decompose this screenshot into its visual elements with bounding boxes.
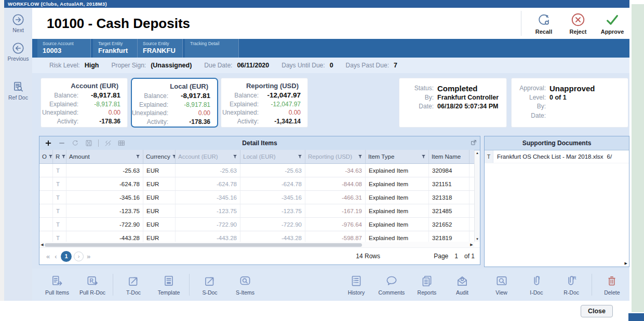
scroll-up-icon[interactable]: ▲ bbox=[476, 151, 479, 155]
sidebar-item-previous[interactable]: Previous bbox=[8, 41, 29, 62]
column-header-currency[interactable]: Currency bbox=[143, 150, 176, 163]
toolbar-button-s-doc[interactable]: S-Doc bbox=[192, 274, 227, 296]
cell-item_type[interactable]: Explained Item bbox=[366, 231, 429, 242]
table-row[interactable]: T-624.78EUR-624.78-624.78-844.08Explaine… bbox=[39, 177, 474, 191]
toolbar-button-r-doc[interactable]: RR-Doc bbox=[554, 274, 589, 296]
column-header-reporting[interactable]: Reporting (USD) bbox=[305, 150, 366, 163]
cell-item_name[interactable]: 321151 bbox=[429, 177, 469, 190]
toolbar-button-t-doc[interactable]: T-Doc bbox=[116, 274, 151, 296]
cell-r[interactable]: T bbox=[53, 218, 66, 231]
cell-r[interactable]: T bbox=[53, 204, 66, 217]
close-button[interactable]: Close bbox=[581, 305, 613, 317]
grid-icon[interactable] bbox=[117, 139, 126, 147]
next-page-button[interactable]: › bbox=[74, 252, 84, 261]
toolbar-button-history[interactable]: History bbox=[339, 274, 374, 296]
table-row[interactable]: T-123.75EUR-123.75-123.75-167.19Explaine… bbox=[39, 204, 474, 218]
column-header-item_type[interactable]: Item Type bbox=[366, 150, 429, 163]
column-header-r[interactable]: R bbox=[53, 150, 66, 163]
scrollbar-thumb[interactable] bbox=[45, 243, 362, 247]
cell-r[interactable]: T bbox=[53, 231, 66, 242]
cell-item_name[interactable]: 320984 bbox=[429, 164, 469, 177]
cell-amount[interactable]: -25.63 bbox=[66, 164, 143, 177]
filter-icon[interactable] bbox=[420, 154, 426, 159]
cell-o[interactable] bbox=[39, 231, 53, 242]
cell-reporting[interactable]: -167.19 bbox=[305, 204, 366, 217]
cell-local[interactable]: -123.75 bbox=[240, 204, 305, 217]
toolbar-button-template[interactable]: Template bbox=[151, 274, 186, 296]
table-row[interactable]: T-25.63EUR-25.63-25.63-34.63Explained It… bbox=[39, 164, 474, 177]
cell-item_name[interactable]: 321819 bbox=[429, 231, 469, 242]
filter-icon[interactable] bbox=[134, 154, 140, 159]
table-row[interactable]: T-345.16EUR-345.16-345.16-466.31Explaine… bbox=[39, 191, 474, 204]
cell-o[interactable] bbox=[39, 191, 53, 204]
cell-r[interactable]: T bbox=[53, 164, 66, 177]
column-header-amount[interactable]: Amount bbox=[66, 150, 143, 163]
save-icon[interactable] bbox=[85, 139, 93, 147]
cell-reporting[interactable]: -466.31 bbox=[305, 191, 366, 204]
toolbar-button-audit[interactable]: Audit bbox=[445, 274, 480, 296]
cell-currency[interactable]: EUR bbox=[143, 218, 176, 231]
cell-currency[interactable]: EUR bbox=[143, 204, 176, 217]
cell-currency[interactable]: EUR bbox=[143, 191, 176, 204]
toolbar-button-reports[interactable]: Reports bbox=[409, 274, 445, 296]
column-header-account[interactable]: Account (EUR) bbox=[176, 150, 240, 163]
prev-page-button[interactable]: ‹ bbox=[52, 253, 60, 260]
current-page-button[interactable]: 1 bbox=[61, 251, 72, 262]
cell-item_name[interactable]: 321652 bbox=[429, 218, 469, 231]
filter-icon[interactable] bbox=[296, 154, 302, 159]
column-header-item_name[interactable]: Item Name bbox=[429, 150, 469, 163]
reject-button[interactable]: Reject bbox=[561, 8, 595, 39]
filter-icon[interactable] bbox=[231, 154, 237, 159]
first-page-button[interactable]: « bbox=[44, 253, 52, 260]
cell-item_type[interactable]: Explained Item bbox=[366, 177, 429, 190]
approve-button[interactable]: Approve bbox=[595, 8, 629, 39]
cell-reporting[interactable]: -34.63 bbox=[305, 164, 366, 177]
sidebar-item-next[interactable]: Next bbox=[11, 13, 25, 33]
cell-currency[interactable]: EUR bbox=[143, 164, 176, 177]
cell-currency[interactable]: EUR bbox=[143, 231, 176, 242]
cell-account[interactable]: -624.78 bbox=[176, 177, 240, 190]
cell-local[interactable]: -25.63 bbox=[240, 164, 305, 177]
column-header-o[interactable]: O bbox=[39, 150, 53, 163]
cell-reporting[interactable]: -844.08 bbox=[305, 177, 366, 190]
table-row[interactable]: T-722.90EUR-722.90-722.90-976.64Explaine… bbox=[39, 218, 474, 231]
toolbar-button-view[interactable]: View bbox=[484, 274, 519, 296]
scroll-left-icon[interactable]: ◀ bbox=[39, 243, 45, 247]
toolbar-button-comments[interactable]: Comments bbox=[374, 274, 409, 296]
cell-account[interactable]: -443.28 bbox=[176, 231, 240, 242]
cell-o[interactable] bbox=[39, 177, 53, 190]
cell-local[interactable]: -722.90 bbox=[240, 218, 305, 231]
cell-item_name[interactable]: 321318 bbox=[429, 191, 469, 204]
recall-button[interactable]: Recall bbox=[527, 8, 561, 39]
filter-icon[interactable] bbox=[47, 154, 53, 159]
cell-amount[interactable]: -722.90 bbox=[66, 218, 143, 231]
cell-amount[interactable]: -443.28 bbox=[66, 231, 143, 242]
toolbar-button-delete[interactable]: Delete bbox=[595, 274, 629, 296]
cell-amount[interactable]: -624.78 bbox=[66, 177, 143, 190]
tab-source-entity[interactable]: Source EntityFRANKFU bbox=[138, 39, 183, 58]
summary-card-local-eur[interactable]: Local (EUR)Balance:-8,917.81Explained:-8… bbox=[131, 78, 218, 128]
cell-item_type[interactable]: Explained Item bbox=[366, 204, 429, 217]
filter-icon[interactable] bbox=[170, 154, 176, 159]
scroll-down-icon[interactable]: ▼ bbox=[476, 238, 479, 241]
add-icon[interactable] bbox=[44, 139, 52, 147]
tab-tracking-detail[interactable]: Tracking Detail bbox=[185, 39, 239, 58]
cell-item_type[interactable]: Explained Item bbox=[366, 164, 429, 177]
last-page-button[interactable]: » bbox=[85, 253, 92, 260]
cell-reporting[interactable]: -976.64 bbox=[305, 218, 366, 231]
scroll-right-icon[interactable]: ▶ bbox=[625, 261, 627, 266]
cell-local[interactable]: -345.16 bbox=[240, 191, 305, 204]
cell-o[interactable] bbox=[39, 218, 53, 231]
filter-icon[interactable] bbox=[356, 154, 363, 159]
cell-o[interactable] bbox=[39, 204, 53, 217]
cell-account[interactable]: -25.63 bbox=[176, 164, 240, 177]
vertical-scrollbar[interactable]: ▲▼ bbox=[474, 150, 480, 242]
cell-reporting[interactable]: -598.87 bbox=[305, 231, 366, 242]
tab-target-entity[interactable]: Target EntityFrankfurt bbox=[93, 39, 138, 58]
cell-currency[interactable]: EUR bbox=[143, 177, 176, 190]
scroll-right-icon[interactable]: ▶ bbox=[469, 243, 474, 247]
cell-local[interactable]: -624.78 bbox=[240, 177, 305, 190]
cell-o[interactable] bbox=[39, 164, 53, 177]
cell-item_name[interactable]: 321485 bbox=[429, 204, 469, 217]
table-row[interactable]: T-443.28EUR-443.28-443.28-598.87Explaine… bbox=[39, 231, 474, 242]
